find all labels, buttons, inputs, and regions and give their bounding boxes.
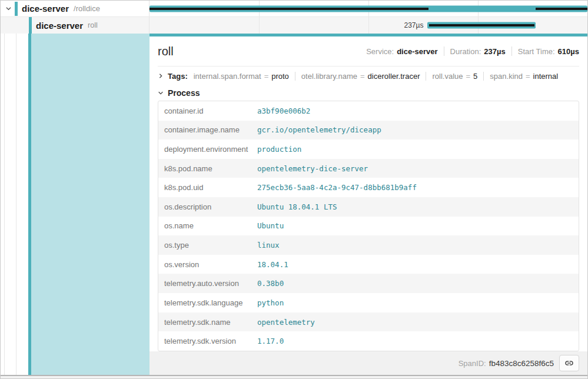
chevron-right-icon[interactable] [158, 73, 164, 79]
span-title: roll [158, 45, 174, 58]
timeline-gridline [259, 17, 260, 34]
span-name-cell[interactable]: dice-server roll [1, 17, 150, 34]
kv-key: telemetry.sdk.name [158, 318, 257, 327]
critical-path-segment [150, 8, 428, 10]
link-icon [564, 358, 574, 368]
tag-divider [483, 72, 484, 81]
process-kv-table: container.id a3bf90e006b2 container.imag… [158, 101, 579, 351]
meta-label: Service: [366, 47, 394, 56]
meta-item: Start Time: 610µs [518, 47, 579, 56]
timeline-row-rolldice[interactable] [150, 1, 587, 16]
kv-value: linux [257, 241, 280, 250]
critical-path-segment [536, 8, 587, 10]
kv-key: k8s.pod.name [158, 164, 257, 173]
meta-value: 610µs [558, 47, 579, 56]
tag-value: proto [271, 72, 289, 81]
tag-key: span.kind [490, 72, 523, 81]
process-table-row: telemetry.sdk.name opentelemetry [158, 312, 579, 332]
span-detail-row: roll Service: dice-server Duration: 237µ… [1, 34, 587, 375]
timeline-row-roll[interactable]: 237µs [150, 17, 587, 34]
process-table-row: os.description Ubuntu 18.04.1 LTS [158, 197, 579, 217]
selected-span-tint [31, 34, 150, 375]
meta-label: Start Time: [518, 47, 555, 56]
process-table-row: os.version 18.04.1 [158, 255, 579, 274]
kv-value: gcr.io/opentelemetry/diceapp [257, 125, 381, 134]
kv-key: telemetry.auto.version [158, 279, 257, 288]
span-color-bar [29, 17, 32, 34]
process-table-row: container.id a3bf90e006b2 [158, 101, 579, 121]
span-duration-label: 237µs [404, 21, 424, 29]
indent-guide [5, 34, 16, 375]
kv-key: os.description [158, 202, 257, 211]
tag-key: otel.library.name [301, 72, 357, 81]
chevron-down-icon[interactable] [158, 90, 164, 96]
equals-sign: = [264, 72, 269, 81]
tags-label[interactable]: Tags: [168, 72, 188, 81]
critical-path-segment [429, 24, 534, 26]
equals-sign: = [526, 72, 530, 81]
span-meta: Service: dice-server Duration: 237µs Sta… [366, 46, 579, 56]
chevron-down-icon[interactable] [5, 5, 12, 12]
operation-name: roll [88, 21, 98, 29]
kv-key: os.name [158, 221, 257, 230]
kv-key: container.id [158, 107, 257, 115]
span-name-cell[interactable]: dice-server /rolldice [1, 1, 150, 16]
kv-value: python [257, 298, 284, 307]
service-name: dice-server [22, 4, 69, 14]
equals-sign: = [360, 72, 365, 81]
tag-item: span.kind = internal [490, 72, 558, 81]
span-detail-footer: SpanID: fb483c8c6258f6c5 [150, 351, 587, 375]
meta-item: Service: dice-server [366, 47, 437, 56]
process-section-header[interactable]: Process [158, 85, 579, 101]
meta-divider [444, 46, 444, 56]
meta-value: 237µs [484, 47, 505, 56]
tags-list: internal.span.format = proto otel.librar… [194, 72, 559, 81]
service-name: dice-server [36, 21, 83, 31]
kv-value: opentelemetry [257, 318, 315, 327]
jaeger-trace-view: dice-server /rolldice dice-server roll 2… [0, 0, 588, 379]
process-label[interactable]: Process [168, 88, 200, 98]
span-row-rolldice[interactable]: dice-server /rolldice [1, 1, 587, 17]
tree-gutter [1, 34, 150, 375]
process-table-row: k8s.pod.uid 275ecb36-5aa8-4c2a-9c47-d8bb… [158, 178, 579, 197]
tag-value: diceroller.tracer [368, 72, 420, 81]
kv-key: container.image.name [158, 125, 257, 134]
tag-divider [426, 72, 426, 81]
kv-value: 18.04.1 [257, 260, 288, 269]
spanid-label: SpanID: [459, 359, 486, 368]
kv-value: opentelemetry-dice-server [257, 164, 368, 173]
kv-key: deployment.environment [158, 145, 257, 154]
process-table-row: telemetry.sdk.version 1.17.0 [158, 331, 579, 351]
meta-label: Duration: [450, 47, 481, 56]
tag-item: internal.span.format = proto [194, 72, 289, 81]
span-detail-header: roll Service: dice-server Duration: 237µ… [158, 36, 579, 66]
process-table-row: os.name Ubuntu [158, 217, 579, 236]
span-detail-panel: roll Service: dice-server Duration: 237µ… [150, 34, 587, 375]
kv-key: telemetry.sdk.language [158, 298, 257, 307]
kv-key: os.type [158, 241, 257, 250]
process-table-row: k8s.pod.name opentelemetry-dice-server [158, 159, 579, 178]
tags-section[interactable]: Tags: internal.span.format = proto otel.… [158, 67, 579, 85]
kv-value: production [257, 145, 301, 154]
kv-value: 275ecb36-5aa8-4c2a-9c47-d8bb681b9aff [257, 183, 417, 192]
tag-key: roll.value [432, 72, 463, 81]
tag-divider [295, 72, 295, 81]
span-detail-content: roll Service: dice-server Duration: 237µ… [150, 36, 587, 351]
kv-key: k8s.pod.uid [158, 183, 257, 192]
tag-item: roll.value = 5 [432, 72, 477, 81]
process-table-row: telemetry.auto.version 0.38b0 [158, 274, 579, 293]
process-table-row: telemetry.sdk.language python [158, 293, 579, 312]
indent-guide [1, 34, 5, 375]
span-row-roll[interactable]: dice-server roll 237µs [1, 17, 587, 34]
deep-link-button[interactable] [559, 355, 579, 371]
indent-guide [16, 34, 28, 375]
tag-key: internal.span.format [194, 72, 261, 81]
process-table-row: os.type linux [158, 235, 579, 255]
kv-value: a3bf90e006b2 [257, 107, 310, 115]
spanid-value: fb483c8c6258f6c5 [489, 359, 554, 368]
tag-value: 5 [473, 72, 477, 81]
meta-value: dice-server [397, 47, 437, 56]
equals-sign: = [466, 72, 471, 81]
kv-value: Ubuntu 18.04.1 LTS [257, 202, 337, 211]
bottom-edge [1, 375, 587, 378]
